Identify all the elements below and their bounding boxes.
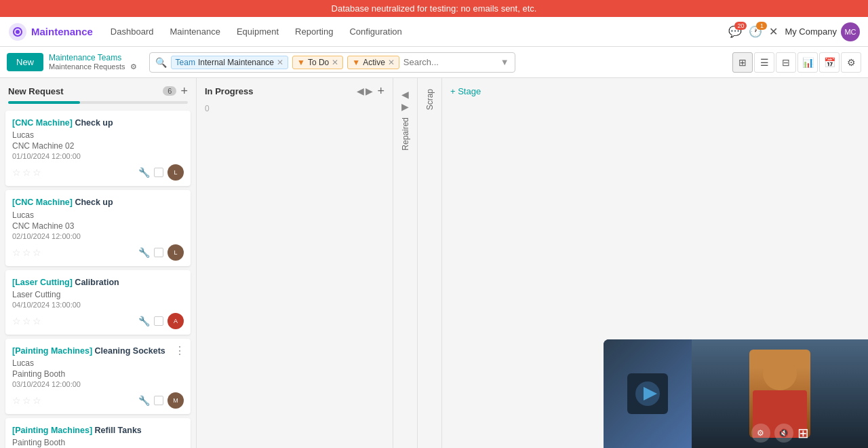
company-name: My Company [785,26,837,37]
view-controls: ⊞ ☰ ⊟ 📊 📅 ⚙ [732,52,861,73]
card-location: CNC Machine 02 [12,141,184,151]
new-button[interactable]: New [7,53,43,71]
filter-active-close[interactable]: ✕ [388,58,395,67]
breadcrumb-settings-icon[interactable]: ⚙ [130,62,137,71]
view-settings-button[interactable]: ⚙ [841,52,861,73]
star-3[interactable]: ☆ [33,167,41,178]
wrench-icon[interactable]: 🔧 [138,316,150,326]
card-title: [CNC Machine] Check up [12,197,184,208]
card-painting-refill[interactable]: [Painting Machines] Refill Tanks Paintin… [5,418,191,448]
view-chart-button[interactable]: 📊 [797,52,818,73]
card-checkbox[interactable] [154,316,163,326]
star-2[interactable]: ☆ [22,247,31,258]
card-cnc-checkup-1[interactable]: [CNC Machine] Check up Lucas CNC Machine… [5,111,191,186]
card-stars[interactable]: ☆ ☆ ☆ [12,395,41,406]
activity-badge: 1 [756,22,767,30]
card-avatar: A [167,313,184,329]
nav-maintenance[interactable]: Maintenance [163,22,226,41]
search-dropdown-icon[interactable]: ▼ [500,57,509,67]
star-1[interactable]: ☆ [12,167,21,178]
star-1[interactable]: ☆ [12,395,21,406]
card-cnc-checkup-2[interactable]: [CNC Machine] Check up Lucas CNC Machine… [5,190,191,265]
brand-icon [8,22,27,41]
brand[interactable]: Maintenance [8,22,93,41]
card-date: 02/10/2024 12:00:00 [12,232,184,240]
repaired-arrow-right[interactable]: ▶ [401,101,409,112]
card-date: 04/10/2024 13:00:00 [12,301,184,309]
card-checkbox[interactable] [154,396,163,405]
close-button[interactable]: ✕ [769,25,778,38]
breadcrumb-sub-label: Maintenance Requests [49,62,125,71]
play-thumbnail [627,373,668,414]
card-tools: 🔧 M [138,392,184,409]
add-stage-button[interactable]: + Stage [450,86,481,96]
view-list-button[interactable]: ☰ [754,52,774,73]
star-3[interactable]: ☆ [33,395,41,406]
filter-active-tag[interactable]: ▼ Active ✕ [347,56,399,69]
column-new-request-count: 6 [163,86,176,96]
card-checkbox[interactable] [154,168,163,177]
repaired-label[interactable]: Repaired [401,117,410,151]
card-stars[interactable]: ☆ ☆ ☆ [12,247,41,258]
repaired-arrows: ◀ ▶ [401,89,409,112]
arrow-right[interactable]: ▶ [366,86,373,96]
card-person: Lucas [12,358,184,368]
search-input[interactable] [403,57,496,67]
card-footer: ☆ ☆ ☆ 🔧 L [12,244,184,261]
nav-configuration[interactable]: Configuration [342,22,408,41]
star-3[interactable]: ☆ [33,247,41,258]
video-expand-button[interactable]: ⊞ [797,425,809,441]
video-overlay: ⚙ 🔇 ⊞ [604,339,868,448]
star-2[interactable]: ☆ [22,167,31,178]
breadcrumb-top[interactable]: Maintenance Teams [49,53,137,62]
card-painting-cleaning[interactable]: ⋮ [Painting Machines] Cleaning Sockets L… [5,339,191,414]
video-mute-button[interactable]: 🔇 [774,424,793,443]
column-new-request-add[interactable]: + [180,85,188,97]
user-avatar: MC [841,22,860,41]
alert-bar: Database neutralized for testing: no ema… [0,0,868,17]
arrow-left[interactable]: ◀ [357,86,364,96]
toolbar: New Maintenance Teams Maintenance Reques… [0,47,868,78]
card-location: CNC Machine 03 [12,221,184,231]
filter-team-close[interactable]: ✕ [277,58,283,67]
card-date: 01/10/2024 12:00:00 [12,152,184,160]
chat-button[interactable]: 💬 20 [728,25,742,38]
card-laser-calibration[interactable]: [Laser Cutting] Calibration Laser Cuttin… [5,270,191,335]
wrench-icon[interactable]: 🔧 [138,395,150,406]
card-stars[interactable]: ☆ ☆ ☆ [12,316,41,326]
nav-reporting[interactable]: Reporting [288,22,340,41]
card-person: Lucas [12,130,184,140]
star-3[interactable]: ☆ [33,316,41,326]
filter-todo-tag[interactable]: ▼ To Do ✕ [292,56,343,69]
star-1[interactable]: ☆ [12,316,21,326]
card-checkbox[interactable] [154,248,163,257]
wrench-icon[interactable]: 🔧 [138,167,150,178]
wrench-icon[interactable]: 🔧 [138,247,150,258]
filter-team-tag[interactable]: Team Internal Maintenance ✕ [171,56,288,69]
repaired-arrow-left[interactable]: ◀ [401,89,409,100]
breadcrumb-sub: Maintenance Requests ⚙ [49,62,137,71]
video-settings-button[interactable]: ⚙ [751,424,770,443]
card-title: [Painting Machines] Refill Tanks [12,425,184,436]
star-1[interactable]: ☆ [12,247,21,258]
card-stars[interactable]: ☆ ☆ ☆ [12,167,41,178]
alert-text: Database neutralized for testing: no ema… [332,3,537,14]
view-table-button[interactable]: ⊟ [776,52,796,73]
card-menu-button[interactable]: ⋮ [174,344,185,357]
column-in-progress-add[interactable]: + [377,85,384,97]
card-avatar: M [167,392,184,409]
star-2[interactable]: ☆ [22,395,31,406]
nav-dashboard[interactable]: Dashboard [104,22,161,41]
card-person: Painting Booth [12,438,184,447]
star-2[interactable]: ☆ [22,316,31,326]
nav-equipment[interactable]: Equipment [230,22,285,41]
view-calendar-button[interactable]: 📅 [819,52,840,73]
activity-button[interactable]: 🕐 1 [749,25,762,38]
scrap-label[interactable]: Scrap [425,89,435,110]
company-selector[interactable]: My Company MC [785,22,860,41]
search-area: 🔍 Team Internal Maintenance ✕ ▼ To Do ✕ … [149,52,515,73]
filter-team-label: Team [176,58,195,67]
filter-todo-close[interactable]: ✕ [332,58,338,67]
view-kanban-button[interactable]: ⊞ [732,52,753,73]
navbar: Maintenance Dashboard Maintenance Equipm… [0,17,868,47]
